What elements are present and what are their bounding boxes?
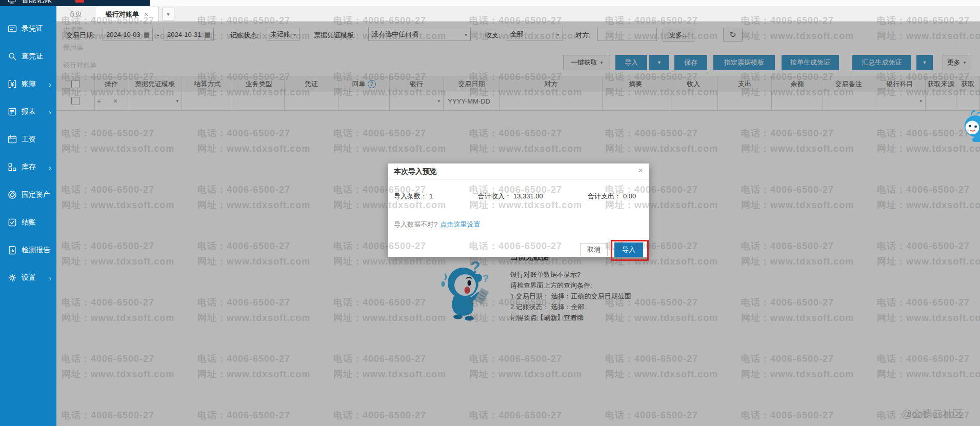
total-expense-stat: 合计支出：0.00 — [588, 192, 636, 201]
import-preview-dialog: 本次导入预览 × 导入条数：1 合计收入：13,331.00 合计支出：0.00… — [388, 163, 649, 257]
chevron-down-icon: ▼ — [166, 11, 171, 17]
sidebar-item[interactable]: 检测报告 — [0, 236, 56, 264]
confirm-import-button[interactable]: 导入 — [614, 242, 643, 257]
tab-list-dropdown-button[interactable]: ▼ — [162, 8, 174, 21]
sidebar-item-label: 账簿 — [22, 79, 36, 89]
sidebar-item-icon — [7, 217, 17, 228]
app-window: 进项票 费用票 银行对账单 交易日期: ▦ - ▦ 记账状态: 未记账 ▾ 票据… — [0, 0, 980, 426]
import-count-label: 导入条数： — [394, 192, 427, 200]
settings-link[interactable]: 点击这里设置 — [440, 220, 480, 228]
sidebar-item[interactable]: 设置 › — [0, 264, 56, 292]
cancel-button[interactable]: 取消 — [580, 243, 608, 256]
sidebar-item-label: 结账 — [22, 218, 36, 227]
import-count-stat: 导入条数：1 — [394, 192, 433, 201]
sidebar-item[interactable]: 工资 — [0, 126, 56, 153]
assistant-mascot-icon[interactable] — [962, 109, 980, 142]
total-expense-value: 0.00 — [623, 192, 636, 200]
dialog-header: 本次导入预览 × — [388, 164, 649, 179]
sidebar-nav: 录凭证 查凭证 账簿 › 报表 › 工资 — [0, 6, 56, 426]
sidebar-item-icon — [7, 107, 17, 117]
module-header-bar: 智能记账 — [0, 0, 150, 6]
sidebar-item-label: 固定资产 — [22, 190, 50, 199]
sidebar-item[interactable]: 固定资产 — [0, 181, 56, 209]
tab-home[interactable]: 首页 — [63, 6, 88, 22]
tab-bank-statement[interactable]: 银行对账单 × — [95, 7, 159, 22]
sidebar-item[interactable]: 账簿 › — [0, 70, 56, 98]
total-income-value: 13,331.00 — [513, 192, 543, 200]
import-hint: 导入数据不对?点击这里设置 — [394, 220, 480, 229]
tab-bank-statement-label: 银行对账单 — [106, 10, 139, 19]
sidebar-item[interactable]: 查凭证 — [0, 43, 56, 70]
sidebar-item-label: 工资 — [22, 135, 36, 144]
total-income-stat: 合计收入：13,331.00 — [478, 192, 543, 201]
tab-bar: 首页 银行对账单 × ▼ — [56, 6, 980, 22]
annotation-fragment — [75, 0, 84, 3]
module-label: 智能记账 — [21, 0, 52, 5]
hint-text: 导入数据不对? — [394, 220, 437, 228]
sidebar-item-icon — [7, 245, 17, 255]
sidebar-item-icon — [7, 273, 17, 283]
sidebar-item-label: 检测报告 — [22, 246, 50, 255]
sidebar-item-label: 库存 — [22, 163, 36, 172]
sidebar-item-icon — [7, 24, 17, 34]
chevron-right-icon: › — [49, 163, 51, 172]
smart-bookkeeping-icon — [7, 0, 16, 5]
chevron-right-icon: › — [49, 274, 51, 282]
sidebar-item-label: 录凭证 — [22, 24, 43, 33]
sidebar-item-label: 报表 — [22, 107, 36, 116]
sidebar-item[interactable]: 库存 › — [0, 153, 56, 181]
chevron-right-icon: › — [49, 108, 51, 116]
sidebar-item-icon — [7, 79, 17, 89]
dialog-title: 本次导入预览 — [394, 167, 437, 176]
sidebar-item-icon — [7, 51, 17, 62]
close-icon[interactable]: × — [638, 166, 643, 175]
sidebar-item-label: 设置 — [22, 273, 36, 282]
sidebar-item-icon — [7, 134, 17, 145]
total-income-label: 合计收入： — [478, 192, 511, 200]
import-count-value: 1 — [429, 192, 433, 200]
sidebar-item-icon — [7, 162, 17, 172]
sidebar-item[interactable]: 报表 › — [0, 98, 56, 126]
sidebar-item-label: 查凭证 — [22, 52, 43, 61]
total-expense-label: 合计支出： — [588, 192, 621, 200]
close-icon[interactable]: × — [144, 10, 148, 18]
sidebar-item-icon — [7, 190, 17, 200]
sidebar-item[interactable]: 结账 — [0, 209, 56, 236]
chevron-right-icon: › — [49, 80, 51, 89]
sidebar-item[interactable]: 录凭证 — [0, 15, 56, 43]
